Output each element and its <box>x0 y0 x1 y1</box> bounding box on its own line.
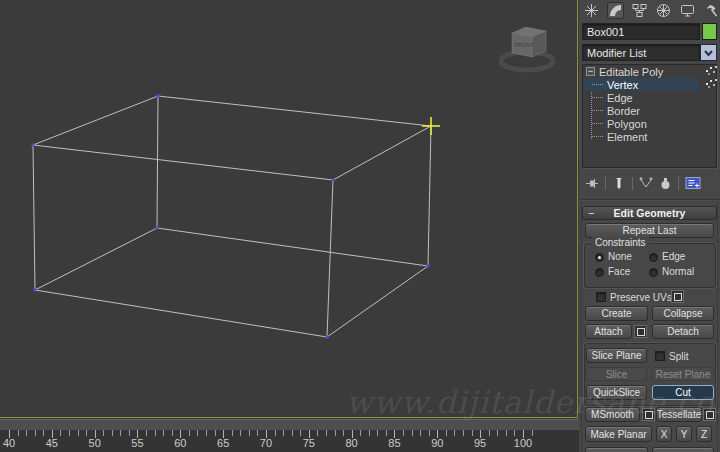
configure-modifier-sets-icon[interactable] <box>685 176 702 190</box>
ruler-tick <box>172 430 173 436</box>
ruler-frame-number: 65 <box>210 437 236 449</box>
ruler-tick <box>18 430 19 436</box>
slice-plane-button[interactable]: Slice Plane <box>586 348 647 363</box>
repeat-last-button[interactable]: Repeat Last <box>585 223 714 238</box>
ruler-tick <box>292 430 293 436</box>
ruler-tick <box>300 430 301 436</box>
make-planar-z-button[interactable]: Z <box>696 426 712 442</box>
modifier-list-dropdown[interactable]: Modifier List <box>582 44 700 61</box>
timeline-ruler[interactable]: 404550556065707580859095100 <box>0 430 579 452</box>
rollout-edge <box>717 202 718 452</box>
split-checkbox[interactable] <box>655 351 665 361</box>
perspective-viewport[interactable]: FRONT <box>0 0 578 418</box>
ruler-frame-number: 85 <box>381 437 407 449</box>
ruler-tick <box>532 430 533 436</box>
ruler-frame-number: 45 <box>39 437 65 449</box>
ruler-tick <box>155 430 156 436</box>
toolbar-divider <box>605 177 606 190</box>
rollout-header-edit-geometry[interactable]: − Edit Geometry <box>582 206 717 220</box>
stack-item-editable-poly[interactable]: −Editable Poly <box>583 65 716 78</box>
constraint-none-radio[interactable] <box>595 253 604 262</box>
viewcube-front-label: FRONT <box>515 42 535 48</box>
ruler-tick <box>403 430 404 436</box>
ruler-tick <box>26 430 27 436</box>
modifier-stack-list[interactable]: −Editable PolyVertexEdgeBorderPolygonEle… <box>582 64 717 168</box>
ruler-tick <box>35 430 36 436</box>
msmooth-settings-button[interactable] <box>642 408 655 421</box>
rollout-collapse-icon[interactable]: − <box>588 207 594 219</box>
tessellate-settings-button[interactable] <box>703 408 716 421</box>
stack-item-element[interactable]: Element <box>583 130 716 143</box>
track-bar[interactable] <box>0 419 579 430</box>
constraints-group: Constraints <box>584 243 716 288</box>
ruler-tick <box>343 430 344 436</box>
ruler-tick <box>377 430 378 436</box>
make-planar-y-button[interactable]: Y <box>676 426 692 442</box>
collapse-button[interactable]: Collapse <box>652 306 714 321</box>
ruler-frame-number: 60 <box>167 437 193 449</box>
ruler-frame-number: 70 <box>253 437 279 449</box>
stack-item-label: Element <box>607 131 647 143</box>
ruler-frame-number: 95 <box>467 437 493 449</box>
detach-button[interactable]: Detach <box>652 324 714 339</box>
show-end-result-icon[interactable] <box>612 177 626 190</box>
ruler-frame-number: 55 <box>124 437 150 449</box>
ruler-tick <box>506 430 507 436</box>
rollout-title: Edit Geometry <box>614 207 686 219</box>
clipped-button <box>585 447 648 452</box>
tessellate-button[interactable]: Tessellate <box>656 407 702 422</box>
ruler-frame-number: 75 <box>296 437 322 449</box>
stack-item-border[interactable]: Border <box>583 104 716 117</box>
tab-motion[interactable] <box>655 2 672 19</box>
cut-button[interactable]: Cut <box>652 385 714 400</box>
subobject-dots-icon <box>706 70 708 72</box>
ruler-tick <box>369 430 370 436</box>
ruler-tick <box>249 430 250 436</box>
ruler-tick <box>463 430 464 436</box>
make-unique-icon[interactable] <box>639 177 653 190</box>
ruler-tick <box>60 430 61 436</box>
attach-button[interactable]: Attach <box>585 324 632 339</box>
ruler-tick <box>206 430 207 436</box>
tab-display[interactable] <box>679 2 696 19</box>
remove-modifier-icon[interactable] <box>659 177 672 190</box>
stack-item-label: Editable Poly <box>599 66 663 78</box>
constraint-normal-radio[interactable] <box>649 268 658 277</box>
tab-utilities[interactable] <box>703 2 720 19</box>
preserve-uvs-settings-button[interactable] <box>671 290 684 303</box>
attach-settings-button[interactable] <box>634 325 647 338</box>
constraint-face-radio[interactable] <box>595 268 604 277</box>
command-panel: Box001 Modifier List −Editable PolyVerte… <box>579 0 720 452</box>
make-planar-button[interactable]: Make Planar <box>585 426 652 442</box>
ruler-tick <box>189 430 190 436</box>
viewcube[interactable]: FRONT <box>492 18 564 74</box>
ruler-frame-number: 50 <box>82 437 108 449</box>
stack-item-polygon[interactable]: Polygon <box>583 117 716 130</box>
pin-stack-icon[interactable] <box>585 177 599 190</box>
msmooth-button[interactable]: MSmooth <box>585 407 640 422</box>
ruler-tick <box>120 430 121 436</box>
create-button[interactable]: Create <box>585 306 648 321</box>
object-color-swatch[interactable] <box>702 23 717 40</box>
object-name-field[interactable]: Box001 <box>582 23 700 40</box>
tab-modify[interactable] <box>607 2 624 19</box>
tab-hierarchy[interactable] <box>631 2 648 19</box>
reset-plane-button: Reset Plane <box>652 367 714 381</box>
modifier-list-arrow-icon[interactable] <box>700 44 717 61</box>
ruler-tick <box>429 430 430 436</box>
tab-create[interactable] <box>583 2 600 19</box>
constraint-none-label: None <box>608 251 632 262</box>
stack-expand-icon[interactable]: − <box>586 67 595 76</box>
make-planar-x-button[interactable]: X <box>656 426 672 442</box>
constraint-edge-radio[interactable] <box>649 253 658 262</box>
ruler-tick <box>335 430 336 436</box>
stack-item-vertex[interactable]: Vertex <box>583 78 716 91</box>
ruler-tick <box>420 430 421 436</box>
stack-item-label: Vertex <box>607 79 638 91</box>
ruler-tick <box>232 430 233 436</box>
toolbar-divider <box>678 177 679 190</box>
ruler-tick <box>472 430 473 436</box>
stack-item-edge[interactable]: Edge <box>583 91 716 104</box>
quickslice-button[interactable]: QuickSlice <box>586 385 647 400</box>
preserve-uvs-checkbox[interactable] <box>596 292 606 302</box>
